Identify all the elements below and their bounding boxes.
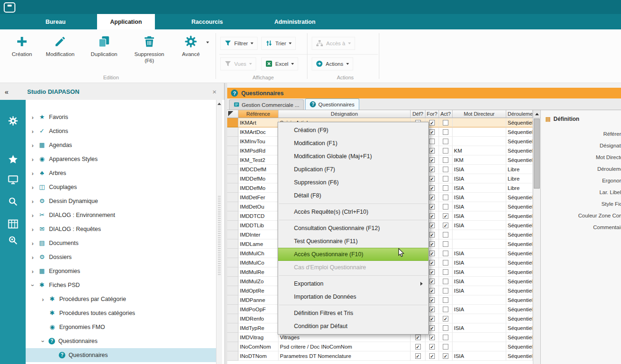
chevron-right-icon[interactable]: ›	[30, 254, 35, 261]
row-selector[interactable]	[227, 267, 238, 277]
favorites-star-icon[interactable]	[7, 154, 19, 165]
column-header-d-roulement[interactable]: Déroulement	[506, 110, 533, 118]
checkbox-unchecked-icon[interactable]	[443, 167, 448, 172]
checkbox-checked-icon[interactable]: ✓	[415, 335, 421, 340]
data-search-icon[interactable]	[7, 235, 19, 246]
avance-button[interactable]: Avancé	[175, 34, 206, 57]
checkbox-checked-icon[interactable]: ✓	[429, 195, 435, 200]
row-selector[interactable]	[227, 249, 238, 258]
menu-item-acc-s-requ-te-s-ctrl-f10[interactable]: Accès Requête(s) (Ctrl+F10)	[278, 205, 428, 218]
desktop-monitor-icon[interactable]	[7, 174, 19, 185]
menu-item-suppression-f6[interactable]: Suppression (F6)	[278, 176, 428, 189]
checkbox-unchecked-icon[interactable]	[443, 195, 448, 200]
checkbox-checked-icon[interactable]: ✓	[429, 129, 435, 135]
table-row-inocomnom[interactable]: INoComNomPsd critere / Doc INoComNom✓✓Sé…	[227, 342, 533, 351]
checkbox-unchecked-icon[interactable]	[443, 129, 448, 135]
menu-item-modification-globale-maj-f1[interactable]: Modification Globale (Maj+F1)	[278, 150, 428, 163]
creation-button[interactable]: Création	[7, 34, 37, 57]
row-selector[interactable]	[227, 333, 238, 342]
row-selector[interactable]	[227, 127, 238, 137]
table-row-inodtnom[interactable]: INoDTNomParametres DT Nomenclature✓✓✓ISI…	[227, 351, 533, 361]
chevron-right-icon[interactable]: ›	[41, 296, 45, 303]
menu-item-modification-f1[interactable]: Modification (F1)	[278, 137, 428, 150]
row-selector[interactable]	[227, 183, 238, 193]
checkbox-unchecked-icon[interactable]	[443, 139, 448, 144]
checkbox-checked-icon[interactable]: ✓	[429, 148, 435, 154]
actions-button[interactable]: Actions	[312, 57, 353, 70]
table-scrollbar[interactable]	[533, 110, 540, 364]
tree-item-arbres[interactable]: ›♣Arbres	[26, 166, 216, 180]
checkbox-unchecked-icon[interactable]	[443, 297, 448, 303]
checkbox-unchecked-icon[interactable]	[443, 251, 448, 256]
column-header-for[interactable]: For?	[426, 110, 439, 118]
checkbox-unchecked-icon[interactable]	[429, 139, 435, 144]
checkbox-checked-icon[interactable]: ✓	[443, 353, 448, 359]
ribbon-tab-bureau[interactable]: Bureau	[28, 14, 83, 29]
row-selector[interactable]	[227, 221, 238, 230]
app-window-icon[interactable]	[4, 2, 15, 13]
tree-item-questionnaires[interactable]: ›?Questionnaires	[26, 334, 216, 348]
checkbox-unchecked-icon[interactable]	[443, 185, 448, 191]
modification-button[interactable]: Modification	[41, 34, 79, 57]
suppression-button[interactable]: Suppression (F6)	[129, 34, 170, 63]
scrollbar-thumb[interactable]	[534, 119, 540, 189]
column-header-d-signation[interactable]: Désignation	[279, 110, 411, 118]
row-selector[interactable]	[227, 314, 238, 323]
checkbox-checked-icon[interactable]: ✓	[429, 260, 435, 266]
chevron-down-icon[interactable]: ›	[29, 283, 36, 287]
checkbox-checked-icon[interactable]: ✓	[429, 241, 435, 247]
menu-item-d-finition-filtres-et-tris[interactable]: Définition Filtres et Tris	[278, 307, 428, 320]
menu-item-exportation[interactable]: Exportation	[278, 277, 428, 290]
row-selector[interactable]	[227, 286, 238, 295]
chevron-right-icon[interactable]: ›	[30, 198, 35, 205]
checkbox-checked-icon[interactable]: ✓	[429, 269, 435, 275]
tree-item-fiches-psd[interactable]: ›✱Fiches PSD	[26, 278, 216, 292]
menu-item-test-questionnaire-f11[interactable]: Test Questionnaire (F11)	[278, 235, 428, 248]
menu-item-cr-ation-f9[interactable]: Création (F9)	[278, 124, 428, 137]
ribbon-tab-application[interactable]: Application	[97, 14, 155, 29]
column-header-r-f-rence[interactable]: Référence	[238, 110, 279, 118]
row-selector[interactable]	[227, 193, 238, 202]
tree-item-apparences-styles[interactable]: ›◉Apparences Styles	[26, 152, 216, 166]
tree-item-ergonomies-fmo[interactable]: ◉Ergonomies FMO	[26, 320, 216, 334]
row-selector[interactable]	[227, 230, 238, 239]
checkbox-unchecked-icon[interactable]	[443, 148, 448, 154]
menu-item-duplication-f7[interactable]: Duplication (F7)	[278, 163, 428, 176]
checkbox-checked-icon[interactable]: ✓	[415, 353, 421, 359]
menu-item-d-tail-f8[interactable]: Détail (F8)	[278, 189, 428, 202]
checkbox-checked-icon[interactable]: ✓	[429, 213, 435, 219]
row-selector[interactable]	[227, 342, 238, 351]
checkbox-unchecked-icon[interactable]	[443, 307, 448, 312]
scrollbar-grip[interactable]	[218, 196, 221, 275]
tree-item-questionnaires[interactable]: ?Questionnaires	[26, 348, 216, 362]
row-selector[interactable]	[227, 351, 238, 361]
tab-questionnaires[interactable]: ? Questionnaires	[305, 98, 359, 110]
scroll-up-icon[interactable]	[217, 103, 221, 105]
checkbox-unchecked-icon[interactable]	[443, 279, 448, 284]
filtrer-button[interactable]: Filtrer	[220, 37, 258, 50]
chevron-right-icon[interactable]: ›	[30, 142, 35, 149]
sidebar-close-button[interactable]: ×	[212, 88, 216, 96]
menu-item-acc-s-questionnaire-f10[interactable]: Accès Questionnaire (F10)	[278, 248, 428, 261]
sidebar-collapse-button[interactable]: «	[5, 88, 8, 96]
checkbox-checked-icon[interactable]: ✓	[429, 316, 435, 322]
column-header-mot-directeur[interactable]: Mot Directeur	[453, 110, 506, 118]
tree-item-dossiers[interactable]: ›⚙Dossiers	[26, 250, 216, 264]
tree-item-proc-dures-toutes-cat-gories[interactable]: ✱Procédures toutes catégories	[26, 306, 216, 320]
tree-item-actions[interactable]: ›✓Actions	[26, 124, 216, 138]
checkbox-checked-icon[interactable]: ✓	[429, 335, 435, 340]
row-selector[interactable]	[227, 146, 238, 155]
tree-item-couplages[interactable]: ›◫Couplages	[26, 180, 216, 194]
chevron-right-icon[interactable]: ›	[30, 212, 35, 219]
checkbox-unchecked-icon[interactable]	[443, 176, 448, 182]
tree-item-dialog-requ-tes[interactable]: ›✉DIALOG : Requêtes	[26, 222, 216, 236]
grid-corner-header[interactable]	[227, 110, 238, 118]
checkbox-checked-icon[interactable]: ✓	[429, 251, 435, 256]
checkbox-checked-icon[interactable]: ✓	[415, 344, 421, 350]
column-header-act[interactable]: Act?	[439, 110, 453, 118]
row-selector[interactable]	[227, 165, 238, 174]
checkbox-checked-icon[interactable]: ✓	[429, 223, 435, 228]
checkbox-unchecked-icon[interactable]	[443, 325, 448, 331]
checkbox-checked-icon[interactable]: ✓	[429, 307, 435, 312]
menu-item-condition-par-d-faut[interactable]: Condition par Défaut	[278, 320, 428, 333]
